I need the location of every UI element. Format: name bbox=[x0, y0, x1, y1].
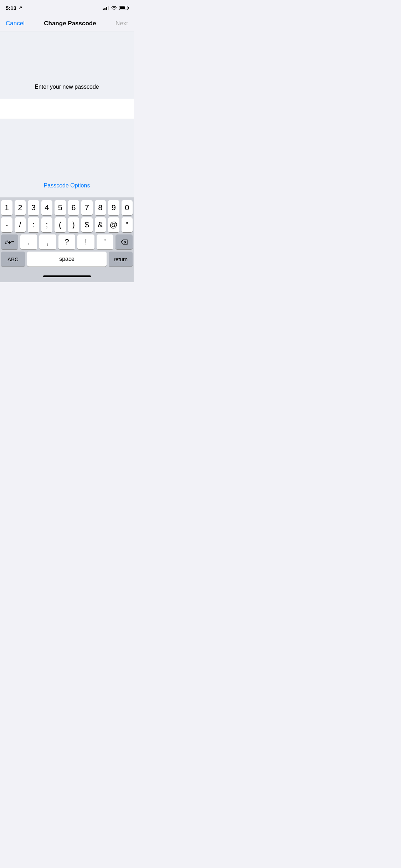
nav-title: Change Passcode bbox=[44, 20, 96, 27]
status-time: 5:13 ↗ bbox=[6, 5, 22, 11]
key-0[interactable]: 0 bbox=[122, 200, 133, 215]
keyboard-row-bottom: ABC space return bbox=[1, 252, 133, 267]
passcode-content-area: Enter your new passcode bbox=[0, 31, 134, 99]
key-return[interactable]: return bbox=[109, 252, 133, 267]
wifi-icon bbox=[111, 6, 117, 10]
key-quote[interactable]: " bbox=[122, 217, 133, 232]
keyboard: 1 2 3 4 5 6 7 8 9 0 - / : ; ( ) $ & @ " … bbox=[0, 197, 134, 270]
key-space[interactable]: space bbox=[27, 252, 107, 267]
key-5[interactable]: 5 bbox=[55, 200, 66, 215]
key-2[interactable]: 2 bbox=[15, 200, 26, 215]
key-question[interactable]: ? bbox=[58, 234, 76, 249]
key-4[interactable]: 4 bbox=[41, 200, 53, 215]
key-apostrophe[interactable]: ' bbox=[97, 234, 114, 249]
passcode-input-area[interactable] bbox=[0, 99, 134, 119]
key-ampersand[interactable]: & bbox=[95, 217, 106, 232]
key-abc[interactable]: ABC bbox=[1, 252, 25, 267]
key-3[interactable]: 3 bbox=[28, 200, 39, 215]
nav-bar: Cancel Change Passcode Next bbox=[0, 16, 134, 31]
keyboard-row-symbols: - / : ; ( ) $ & @ " bbox=[1, 217, 133, 232]
key-colon[interactable]: : bbox=[28, 217, 39, 232]
next-button[interactable]: Next bbox=[115, 20, 128, 27]
key-1[interactable]: 1 bbox=[1, 200, 12, 215]
keyboard-row-numbers: 1 2 3 4 5 6 7 8 9 0 bbox=[1, 200, 133, 215]
key-comma[interactable]: , bbox=[39, 234, 56, 249]
key-6[interactable]: 6 bbox=[68, 200, 79, 215]
keyboard-row-special: #+= . , ? ! ' bbox=[1, 234, 133, 249]
delete-icon bbox=[120, 239, 128, 245]
key-9[interactable]: 9 bbox=[108, 200, 119, 215]
keyboard-options-area: Passcode Options bbox=[0, 119, 134, 197]
status-icons bbox=[103, 6, 128, 10]
key-open-paren[interactable]: ( bbox=[55, 217, 66, 232]
passcode-options-button[interactable]: Passcode Options bbox=[44, 182, 90, 189]
key-slash[interactable]: / bbox=[15, 217, 26, 232]
passcode-prompt: Enter your new passcode bbox=[35, 84, 99, 90]
key-8[interactable]: 8 bbox=[95, 200, 106, 215]
key-7[interactable]: 7 bbox=[81, 200, 93, 215]
delete-key[interactable] bbox=[115, 234, 133, 249]
cancel-button[interactable]: Cancel bbox=[6, 20, 25, 27]
status-bar: 5:13 ↗ bbox=[0, 0, 134, 16]
key-exclaim[interactable]: ! bbox=[77, 234, 94, 249]
key-semicolon[interactable]: ; bbox=[41, 217, 53, 232]
key-dollar[interactable]: $ bbox=[81, 217, 93, 232]
battery-icon bbox=[119, 6, 128, 10]
key-period[interactable]: . bbox=[20, 234, 37, 249]
home-bar bbox=[43, 275, 91, 277]
home-indicator bbox=[0, 270, 134, 282]
location-arrow-icon: ↗ bbox=[19, 5, 22, 10]
signal-icon bbox=[103, 6, 109, 10]
key-dash[interactable]: - bbox=[1, 217, 12, 232]
key-more-symbols[interactable]: #+= bbox=[1, 234, 18, 249]
time-label: 5:13 bbox=[6, 5, 16, 11]
key-at[interactable]: @ bbox=[108, 217, 119, 232]
key-close-paren[interactable]: ) bbox=[68, 217, 79, 232]
